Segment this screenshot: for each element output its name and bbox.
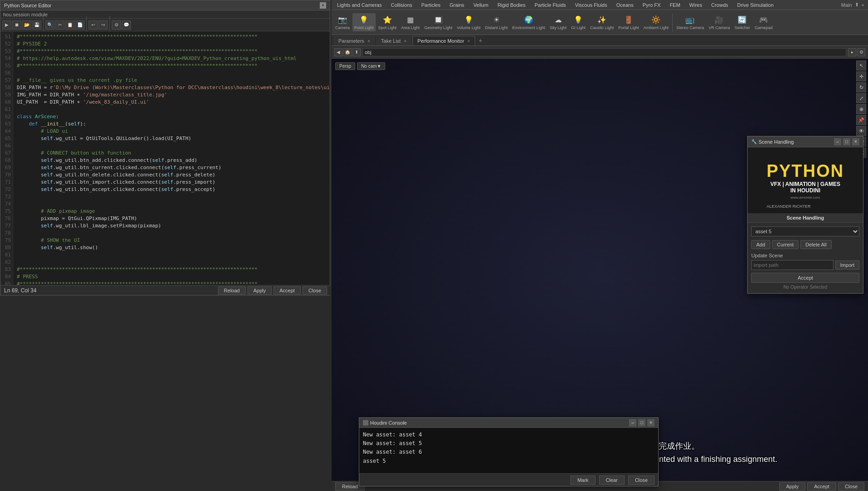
console-mark-button[interactable]: Mark xyxy=(570,476,595,485)
tab-take-list-close[interactable]: × xyxy=(404,39,407,44)
add-button[interactable]: Add xyxy=(751,240,770,249)
current-button[interactable]: Current xyxy=(772,240,799,249)
vp-scale-tool[interactable]: ⤢ xyxy=(856,93,866,103)
editor-accept-button[interactable]: Accept xyxy=(273,286,301,295)
accept-button[interactable]: Accept xyxy=(751,273,859,283)
path-icons-right: ▸ ⚙ xyxy=(848,48,865,56)
menu-oceans[interactable]: Oceans xyxy=(615,2,635,8)
tab-parameters-close[interactable]: × xyxy=(367,39,370,44)
tool-gi-light[interactable]: 💡 GI Light xyxy=(569,13,587,31)
paste-button[interactable]: 📄 xyxy=(75,20,84,30)
menu-crowds[interactable]: Crowds xyxy=(709,2,730,8)
portal-light-label: Portal Light xyxy=(618,25,639,30)
tool-environment-light[interactable]: 🌍 Environment Light xyxy=(511,13,547,31)
tool-portal-light[interactable]: 🚪 Portal Light xyxy=(616,13,641,31)
menu-grains[interactable]: Grains xyxy=(448,2,466,8)
geometry-light-label: Geometry Light xyxy=(424,25,452,30)
delete-all-button[interactable]: Delete All xyxy=(800,240,831,249)
tool-volume-light[interactable]: 💡 Volume Light xyxy=(455,13,482,31)
dialog-maximize-button[interactable]: □ xyxy=(843,138,850,145)
import-button[interactable]: Import xyxy=(835,261,859,270)
no-cam-button[interactable]: No cam▼ xyxy=(357,62,385,70)
tool-stereo-camera[interactable]: 📺 Stereo Camera xyxy=(675,13,706,31)
menu-collisions[interactable]: Collisions xyxy=(389,2,414,8)
tool-gamepad[interactable]: 🎮 Gamepad xyxy=(753,13,774,31)
vp-rotate-tool[interactable]: ↻ xyxy=(856,82,866,92)
console-close-button[interactable]: × xyxy=(647,419,655,426)
tool-vr-camera[interactable]: 🎥 VR Camera xyxy=(707,13,732,31)
dialog-close-button[interactable]: × xyxy=(852,138,859,145)
tab-performance-monitor-close[interactable]: × xyxy=(467,39,470,44)
tab-take-list[interactable]: Take List × xyxy=(376,36,412,45)
area-light-icon: ▦ xyxy=(405,14,416,25)
vp-pin-tool[interactable]: 📌 xyxy=(856,115,866,125)
editor-close-button[interactable]: × xyxy=(320,2,326,9)
tab-parameters[interactable]: Parameters × xyxy=(333,36,375,45)
editor-reload-button[interactable]: Reload xyxy=(218,286,246,295)
h-apply-button[interactable]: Apply xyxy=(779,482,806,491)
run-button[interactable]: ▶ xyxy=(2,20,11,30)
up-button[interactable]: ⬆ xyxy=(352,48,361,56)
find-button[interactable]: 🔍 xyxy=(45,20,55,30)
tool-sky-light[interactable]: ☁ Sky Light xyxy=(548,13,568,31)
vp-select-tool[interactable]: ↖ xyxy=(856,60,866,70)
portal-light-icon: 🚪 xyxy=(623,14,634,25)
path-input[interactable] xyxy=(362,48,846,56)
tool-geometry-light[interactable]: 🔲 Geometry Light xyxy=(422,13,454,31)
tab-parameters-label: Parameters xyxy=(338,38,364,44)
history-button[interactable]: ▸ xyxy=(848,48,856,56)
console-close-btn[interactable]: Close xyxy=(628,476,655,485)
editor-apply-button[interactable]: Apply xyxy=(248,286,272,295)
console-expand-button[interactable]: □ xyxy=(638,419,645,426)
tool-point-light[interactable]: 💡 Point Light xyxy=(352,13,376,31)
console-icon xyxy=(363,420,368,426)
menu-pyro-fx[interactable]: Pyro FX xyxy=(641,2,663,8)
import-path-input[interactable] xyxy=(751,260,833,270)
tool-area-light[interactable]: ▦ Area Light xyxy=(399,13,422,31)
distant-light-icon: ☀ xyxy=(491,14,502,25)
vp-visibility-tool[interactable]: 👁 xyxy=(856,126,866,136)
persp-button[interactable]: Persp xyxy=(335,62,355,70)
tool-caustic-light[interactable]: ✨ Caustic Light xyxy=(588,13,615,31)
menu-particles[interactable]: Particles xyxy=(420,2,442,8)
menu-drive-simulation[interactable]: Drive Simulation xyxy=(735,2,775,8)
home-button[interactable]: 🏠 xyxy=(343,48,352,56)
tab-add-button[interactable]: + xyxy=(476,37,485,44)
gi-light-label: GI Light xyxy=(571,25,586,30)
copy-button[interactable]: 📋 xyxy=(65,20,74,30)
vp-move-tool[interactable]: ✛ xyxy=(856,71,866,81)
menu-viscous-fluids[interactable]: Viscous Fluids xyxy=(573,2,609,8)
menu-wires[interactable]: Wires xyxy=(688,2,704,8)
scene-dropdown[interactable]: asset 5 xyxy=(751,226,859,236)
save-button[interactable]: 💾 xyxy=(32,20,41,30)
settings-button[interactable]: ⚙ xyxy=(112,20,121,30)
dialog-minimize-button[interactable]: – xyxy=(834,138,841,145)
back-button[interactable]: ◀ xyxy=(334,48,342,56)
stop-button[interactable]: ⏹ xyxy=(12,20,21,30)
console-clear-button[interactable]: Clear xyxy=(599,476,625,485)
tool-switcher[interactable]: 🔄 Switcher xyxy=(733,13,752,31)
menu-rigid-bodies[interactable]: Rigid Bodies xyxy=(496,2,527,8)
h-accept-button[interactable]: Accept xyxy=(807,482,836,491)
comment-button[interactable]: 💬 xyxy=(122,20,131,30)
tool-spot-light[interactable]: ⭐ Spot Light xyxy=(377,13,399,31)
tab-performance-monitor[interactable]: Performance Monitor × xyxy=(412,36,475,45)
path-settings-button[interactable]: ⚙ xyxy=(857,48,865,56)
open-button[interactable]: 📂 xyxy=(22,20,31,30)
menu-particle-fluids[interactable]: Particle Fluids xyxy=(533,2,568,8)
vp-handle-tool[interactable]: ⊕ xyxy=(856,104,866,114)
console-minimize-button[interactable]: – xyxy=(629,419,636,426)
main-label: Main xyxy=(841,2,852,8)
undo-button[interactable]: ↩ xyxy=(89,20,98,30)
editor-close-btn[interactable]: Close xyxy=(303,286,327,295)
menu-vellum[interactable]: Vellum xyxy=(471,2,490,8)
tool-distant-light[interactable]: ☀ Distant Light xyxy=(483,13,510,31)
h-close-button[interactable]: Close xyxy=(838,482,864,491)
code-content[interactable]: #***************************************… xyxy=(13,31,330,295)
redo-button[interactable]: ↪ xyxy=(99,20,108,30)
menu-fem[interactable]: FEM xyxy=(668,2,682,8)
tool-camera[interactable]: 📷 Camera xyxy=(333,13,352,31)
tool-ambient-light[interactable]: 🔆 Ambient Light xyxy=(642,13,670,31)
menu-lights-cameras[interactable]: Lights and Cameras xyxy=(335,2,383,8)
cut-button[interactable]: ✂ xyxy=(55,20,64,30)
